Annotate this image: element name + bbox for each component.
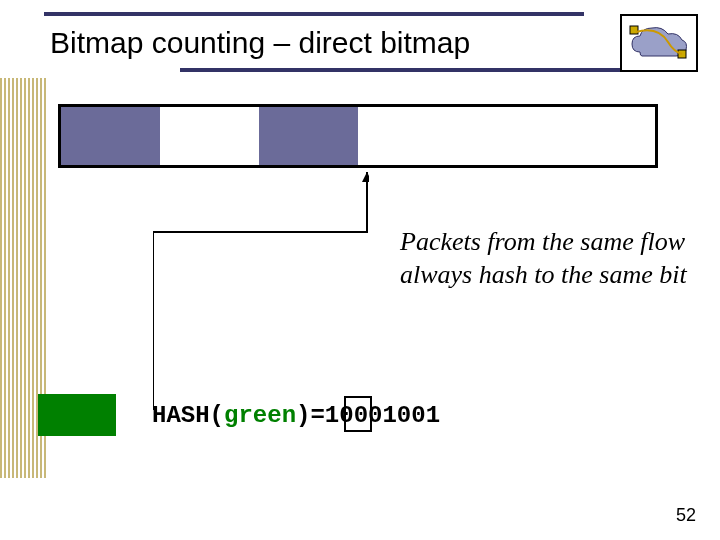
connector-line: [153, 172, 369, 426]
page-number: 52: [676, 505, 696, 526]
svg-marker-2: [362, 172, 369, 182]
green-packet-box: [38, 394, 116, 436]
hash-expression: HASH(green)=10001001: [152, 402, 440, 429]
header-rule-bottom: [180, 68, 690, 72]
annotation-text: Packets from the same flow always hash t…: [400, 226, 710, 291]
cloud-logo: [620, 14, 698, 72]
hash-prefix: HASH(: [152, 402, 224, 429]
bitmap-cell: [556, 107, 655, 165]
bitmap-cell: [61, 107, 160, 165]
bitmap-array: [58, 104, 658, 168]
header-rule-top: [44, 12, 584, 16]
bitmap-cell: [160, 107, 259, 165]
bitmap-cell: [358, 107, 457, 165]
hash-value: 10001001: [325, 402, 440, 429]
hash-mid: )=: [296, 402, 325, 429]
cloud-icon: [628, 22, 690, 64]
hash-arg: green: [224, 402, 296, 429]
bitmap-cell: [457, 107, 556, 165]
bitmap-cell: [259, 107, 358, 165]
slide-title: Bitmap counting – direct bitmap: [50, 26, 470, 60]
